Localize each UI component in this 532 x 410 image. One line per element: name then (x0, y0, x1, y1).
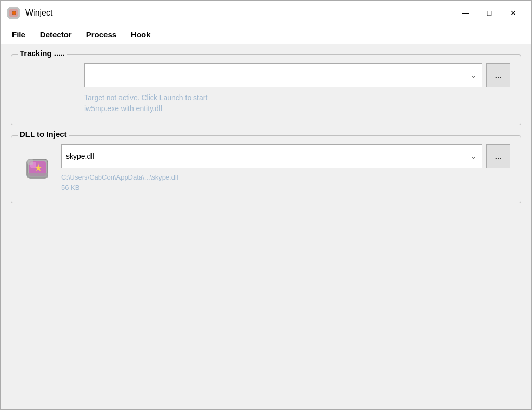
main-window: Winject — □ ✕ File Detector Process Hook… (0, 0, 532, 410)
app-icon (7, 6, 21, 20)
dll-path-text: C:\Users\CabCon\AppData\...\skype.dll 56… (61, 172, 510, 193)
tracking-status-text: Target not active. Click Launch to start… (84, 92, 510, 114)
svg-point-3 (12, 11, 16, 15)
dll-info: skype.dll ⌄ ... C:\Users\CabCon\AppData\… (61, 144, 510, 193)
dll-group: DLL to Inject (11, 135, 521, 203)
menu-detector[interactable]: Detector (33, 27, 79, 42)
tracking-row: ⌄ ... (84, 63, 510, 87)
window-title: Winject (25, 8, 454, 18)
dll-dropdown[interactable]: skype.dll (61, 144, 482, 168)
svg-rect-7 (27, 173, 48, 178)
main-content: Tracking ..... ⌄ ... Target not active. … (1, 44, 531, 409)
svg-rect-8 (27, 159, 33, 165)
dll-group-title: DLL to Inject (18, 130, 69, 139)
dll-dropdown-wrapper: skype.dll ⌄ (61, 144, 482, 168)
maximize-button[interactable]: □ (477, 5, 501, 21)
tracking-dropdown[interactable] (84, 63, 482, 87)
title-bar: Winject — □ ✕ (1, 1, 531, 25)
dll-browse-button[interactable]: ... (486, 144, 510, 168)
menu-bar: File Detector Process Hook (1, 25, 531, 44)
menu-hook[interactable]: Hook (124, 27, 158, 42)
dll-row: skype.dll ⌄ ... C:\Users\CabCon\AppData\… (22, 144, 510, 193)
tracking-group-title: Tracking ..... (18, 49, 67, 58)
tracking-group: Tracking ..... ⌄ ... Target not active. … (11, 54, 521, 125)
close-button[interactable]: ✕ (501, 5, 525, 21)
menu-process[interactable]: Process (79, 27, 124, 42)
tracking-dropdown-wrapper: ⌄ (84, 63, 482, 87)
menu-file[interactable]: File (5, 27, 33, 42)
minimize-button[interactable]: — (454, 5, 477, 21)
window-controls: — □ ✕ (454, 5, 525, 21)
dll-icon (22, 152, 55, 185)
tracking-browse-button[interactable]: ... (486, 63, 510, 87)
